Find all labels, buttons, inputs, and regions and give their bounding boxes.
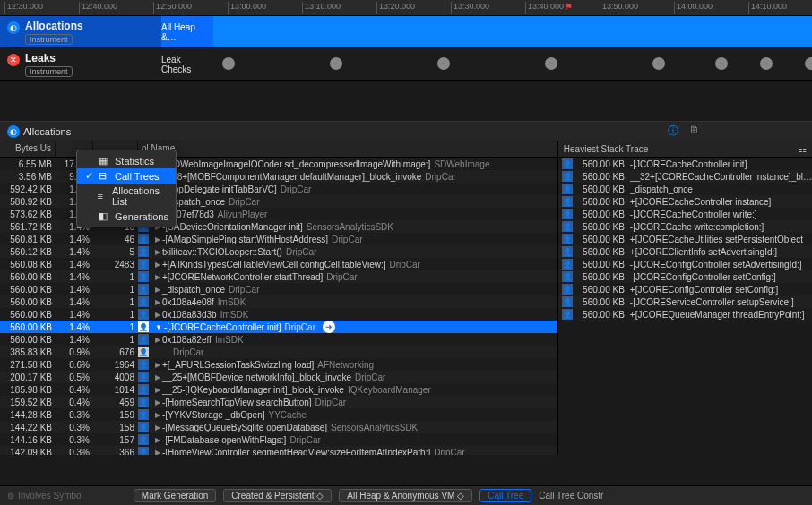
person-icon: 👤 — [562, 284, 573, 295]
person-icon: 👤 — [562, 246, 573, 257]
configure-icon[interactable]: ⚏ — [799, 144, 807, 154]
document-icon[interactable]: 🗎 — [689, 124, 700, 139]
view-mode-popup: ▦Statistics✓⊟Call Trees≡Allocations List… — [76, 150, 177, 227]
person-icon: 👤 — [138, 372, 149, 382]
person-icon: 👤 — [562, 259, 573, 270]
stack-row[interactable]: 👤560.00 KB+[JCOREQueueManager threadEntr… — [558, 308, 812, 321]
person-icon: 👤 — [138, 384, 149, 395]
stack-trace-rows: 👤560.00 KB-[JCORECacheController init]👤5… — [558, 158, 812, 321]
ruler-tick: 13:20.000 — [376, 2, 415, 14]
leak-check-marker[interactable]: − — [715, 57, 728, 70]
instrument-pill: Instrument — [25, 34, 73, 45]
popup-item[interactable]: ✓⊟Call Trees — [77, 168, 176, 184]
ruler-tick: 13:50.000 — [600, 2, 638, 14]
ruler-tick: 13:00.000 — [228, 2, 266, 14]
stack-row[interactable]: 👤560.00 KB+[JCOREClientInfo setAdvertisi… — [558, 245, 812, 258]
person-icon: 👤 — [138, 284, 149, 295]
empty-track-area — [0, 81, 812, 122]
person-icon: 👤 — [138, 347, 149, 357]
table-row[interactable]: 144.22 KB0.3%158👤▶-[MessageQueueBySqlite… — [0, 421, 557, 433]
person-icon: 👤 — [562, 296, 573, 307]
track-allocations[interactable]: ◐ Allocations Instrument All Heap &… — [0, 16, 812, 48]
person-icon: 👤 — [138, 296, 149, 307]
leak-check-marker[interactable]: − — [437, 57, 450, 70]
table-row[interactable]: 560.00 KB1.4%1👤▶+[JCORENetworkController… — [0, 270, 557, 283]
table-row[interactable]: 560.00 KB1.4%1👤▼-[JCORECacheController i… — [0, 321, 557, 333]
person-icon: 👤 — [562, 171, 573, 182]
allocations-graph[interactable] — [213, 16, 812, 47]
footer-tail-label: Call Tree Constr — [539, 491, 603, 501]
person-icon: 👤 — [138, 359, 149, 370]
stack-row[interactable]: 👤560.00 KB-[JCORECacheController init] — [558, 158, 812, 170]
stack-row[interactable]: 👤560.00 KB_dispatch_once — [558, 183, 812, 195]
heap-scope-button[interactable]: All Heap & Anonymous VM ◇ — [339, 489, 472, 502]
ruler-tick: 13:40.000 — [525, 2, 564, 14]
popup-item[interactable]: ▦Statistics — [77, 153, 176, 168]
ruler-tick: 14:00.000 — [674, 2, 713, 14]
person-icon: 👤 — [138, 321, 149, 332]
person-icon: 👤 — [562, 184, 573, 194]
playhead-flag[interactable]: ⚑ — [565, 2, 573, 12]
leak-check-marker[interactable]: − — [805, 57, 812, 70]
person-icon: 👤 — [562, 158, 573, 169]
stack-row[interactable]: 👤560.00 KB-[JCORECacheController write:] — [558, 208, 812, 220]
table-row[interactable]: 185.98 KB0.4%1014👤▶__25-[IQKeyboardManag… — [0, 383, 557, 396]
ruler-tick: 12:30.000 — [4, 2, 43, 14]
ruler-tick: 12:40.000 — [79, 2, 117, 14]
info-icon[interactable]: ⓘ — [668, 124, 678, 139]
track-title: Leaks — [25, 52, 73, 64]
track-sub-label: Leak Checks — [161, 48, 213, 80]
leak-check-marker[interactable]: − — [330, 57, 342, 70]
leak-check-marker[interactable]: − — [545, 57, 557, 70]
col-bytes[interactable]: Bytes Us — [0, 141, 56, 157]
person-icon: 👤 — [138, 409, 149, 420]
leak-check-marker[interactable]: − — [760, 57, 773, 70]
allocations-icon: ◐ — [7, 125, 20, 138]
right-pane-title: Heaviest Stack Trace — [564, 144, 648, 154]
table-row[interactable]: 144.16 KB0.3%157👤▶-[FMDatabase openWithF… — [0, 433, 557, 446]
person-icon: 👤 — [138, 234, 149, 244]
stack-row[interactable]: 👤560.00 KB__32+[JCORECacheController ins… — [558, 170, 812, 183]
person-icon: 👤 — [562, 271, 573, 282]
person-icon: 👤 — [562, 221, 573, 232]
stack-row[interactable]: 👤560.00 KB-[JCOREConfigController setAdv… — [558, 258, 812, 270]
detail-header: ◐ Allocations ⓘ 🗎 — [0, 122, 812, 141]
stack-row[interactable]: 👤560.00 KB+[JCORECacheUtilities setPersi… — [558, 233, 812, 245]
table-row[interactable]: 560.00 KB1.4%1👤▶0x108a82effImSDK — [0, 333, 557, 346]
filter-input[interactable]: ⊚ Involves Symbol — [7, 491, 83, 501]
stack-row[interactable]: 👤560.00 KB+[JCOREConfigController setCon… — [558, 283, 812, 295]
created-persistent-button[interactable]: Created & Persistent ◇ — [223, 489, 332, 502]
table-row[interactable]: 560.08 KB1.4%2483👤▶+[AllKindsTypesCellTa… — [0, 258, 557, 270]
table-row[interactable]: 159.52 KB0.4%459👤▶-[HomeSearchTopView se… — [0, 396, 557, 408]
table-row[interactable]: 142.09 KB0.3%366👤▶-[HomeViewController s… — [0, 446, 557, 455]
leak-check-marker[interactable]: − — [652, 57, 665, 70]
track-sub-label: All Heap &… — [161, 16, 213, 47]
timeline-ruler[interactable]: ⚑ 12:30.00012:40.00012:50.00013:00.00013… — [0, 0, 812, 16]
stack-row[interactable]: 👤560.00 KB+[JCORECacheController instanc… — [558, 195, 812, 208]
col-symbol[interactable]: ol Name — [138, 141, 557, 157]
mark-generation-button[interactable]: Mark Generation — [134, 489, 216, 502]
popup-item[interactable]: ≡Allocations List — [77, 184, 176, 209]
table-row[interactable]: 560.00 KB1.4%1👤▶0x108a83d3bImSDK — [0, 308, 557, 321]
detail-tab-label[interactable]: Allocations — [23, 126, 71, 137]
leak-check-marker[interactable]: − — [222, 57, 235, 70]
call-tree-segment[interactable]: Call Tree — [479, 489, 531, 502]
leaks-graph[interactable]: −−−−−−−− — [213, 48, 812, 80]
table-row[interactable]: 560.00 KB1.4%1👤▶0x108a4e08fImSDK — [0, 295, 557, 308]
table-row[interactable]: 200.17 KB0.5%4008👤▶__25+[MOBFDevice netw… — [0, 371, 557, 383]
stack-row[interactable]: 👤560.00 KB-[JCORECache write:completion:… — [558, 220, 812, 233]
person-icon: 👤 — [138, 334, 149, 345]
person-icon: 👤 — [138, 259, 149, 270]
table-row[interactable]: 385.83 KB0.9%676👤DripCar — [0, 346, 557, 358]
stack-row[interactable]: 👤560.00 KB-[JCOREConfigController setCon… — [558, 270, 812, 283]
table-row[interactable]: 560.00 KB1.4%1👤▶_dispatch_onceDripCar — [0, 283, 557, 295]
table-row[interactable]: 560.81 KB1.4%46👤▶-[AMapSimplePing startW… — [0, 233, 557, 245]
table-row[interactable]: 271.58 KB0.6%1964👤▶+[_AFURLSessionTaskSw… — [0, 358, 557, 371]
track-leaks[interactable]: ✕ Leaks Instrument Leak Checks −−−−−−−− — [0, 48, 812, 81]
person-icon: 👤 — [138, 422, 149, 432]
focus-arrow-icon[interactable]: ➜ — [323, 321, 335, 333]
table-row[interactable]: 144.28 KB0.3%159👤▶-[YYKVStorage _dbOpen]… — [0, 408, 557, 421]
stack-row[interactable]: 👤560.00 KB-[JCOREServiceController setup… — [558, 295, 812, 308]
table-row[interactable]: 560.12 KB1.4%5👤▶txiliteav::TXCIOLooper::… — [0, 245, 557, 258]
popup-item[interactable]: ◧Generations — [77, 209, 176, 224]
